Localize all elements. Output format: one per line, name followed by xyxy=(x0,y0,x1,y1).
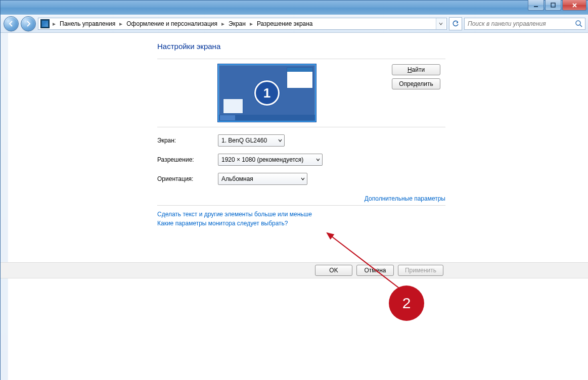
chevron-down-icon xyxy=(316,156,320,163)
chevron-right-icon[interactable]: ▸ xyxy=(220,20,225,27)
screen-select[interactable]: 1. BenQ GL2460 xyxy=(218,134,285,147)
advanced-settings-link[interactable]: Дополнительные параметры xyxy=(365,195,445,202)
screen-value: 1. BenQ GL2460 xyxy=(221,137,267,144)
orientation-select[interactable]: Альбомная xyxy=(218,173,307,185)
refresh-button[interactable] xyxy=(449,17,462,30)
preview-window-icon xyxy=(287,67,313,88)
back-button[interactable] xyxy=(4,16,19,31)
search-icon xyxy=(575,20,583,28)
chevron-right-icon[interactable]: ▸ xyxy=(52,20,57,27)
annotation-number: 2 xyxy=(402,295,411,312)
chevron-down-icon xyxy=(278,137,282,144)
address-bar[interactable]: ▸ Панель управления ▸ Оформление и персо… xyxy=(38,18,447,30)
chevron-right-icon[interactable]: ▸ xyxy=(118,20,123,27)
resolution-select[interactable]: 1920 × 1080 (рекомендуется) xyxy=(218,154,323,166)
svg-point-2 xyxy=(576,21,580,25)
titlebar[interactable] xyxy=(1,1,588,15)
breadcrumb-item[interactable]: Панель управления xyxy=(57,18,118,29)
resolution-value: 1920 × 1080 (рекомендуется) xyxy=(221,156,303,163)
orientation-label: Ориентация: xyxy=(157,175,218,182)
maximize-button[interactable] xyxy=(545,0,561,11)
text-size-link[interactable]: Сделать текст и другие элементы больше и… xyxy=(157,211,588,218)
control-panel-icon xyxy=(40,19,50,28)
chevron-right-icon[interactable]: ▸ xyxy=(249,20,254,27)
orientation-value: Альбомная xyxy=(221,175,253,182)
resolution-label: Разрешение: xyxy=(157,156,218,163)
client-area: Настройки экрана 1 Найти Определить Экра… xyxy=(1,33,588,380)
breadcrumb-item[interactable]: Экран xyxy=(225,18,249,29)
breadcrumb-item[interactable]: Оформление и персонализация xyxy=(123,18,220,29)
toolbar: ▸ Панель управления ▸ Оформление и персо… xyxy=(1,15,588,33)
close-button[interactable] xyxy=(562,0,586,11)
search-input[interactable] xyxy=(467,20,575,28)
screen-label: Экран: xyxy=(157,137,218,144)
find-button[interactable]: Найти xyxy=(392,64,440,75)
ok-button[interactable]: OK xyxy=(315,265,352,276)
display-preview[interactable]: 1 xyxy=(218,64,316,122)
preview-taskbar-icon xyxy=(219,115,315,121)
breadcrumb-item[interactable]: Разрешение экрана xyxy=(254,18,316,29)
which-monitor-link[interactable]: Какие параметры монитора следует выбрать… xyxy=(157,220,588,227)
minimize-button[interactable] xyxy=(528,0,544,11)
forward-button[interactable] xyxy=(21,16,36,31)
detect-button[interactable]: Определить xyxy=(392,78,440,89)
preview-panel-icon xyxy=(223,99,243,114)
search-box[interactable] xyxy=(464,18,585,30)
window-frame: ▸ Панель управления ▸ Оформление и персо… xyxy=(0,0,588,380)
divider xyxy=(157,205,445,206)
svg-rect-0 xyxy=(534,6,538,7)
page-title: Настройки экрана xyxy=(157,40,588,54)
annotation-badge: 2 xyxy=(389,286,424,321)
dialog-button-bar: OK Отмена Применить xyxy=(1,262,588,278)
svg-line-3 xyxy=(580,25,582,27)
display-number-badge: 1 xyxy=(254,80,280,106)
address-dropdown-button[interactable] xyxy=(436,18,445,29)
chevron-down-icon xyxy=(301,175,305,182)
apply-button[interactable]: Применить xyxy=(398,265,443,276)
cancel-button[interactable]: Отмена xyxy=(356,265,394,276)
left-margin xyxy=(1,33,8,380)
svg-rect-1 xyxy=(551,3,555,7)
